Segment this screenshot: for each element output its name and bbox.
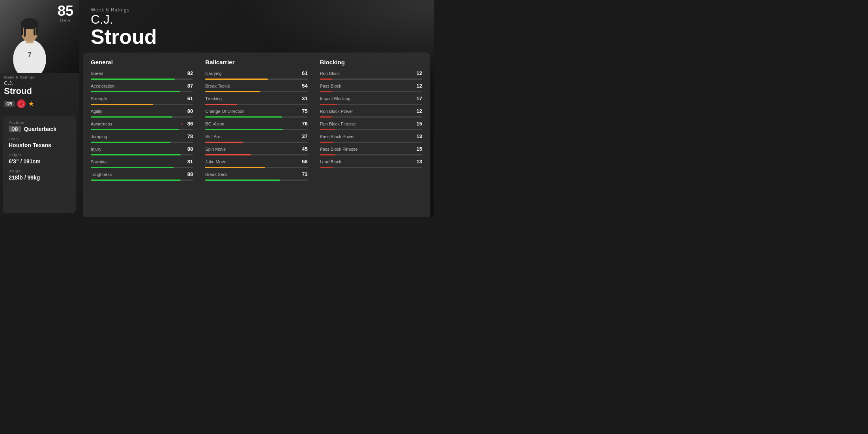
player-image: 7	[4, 10, 55, 73]
stat-row: Run Block Finesse15	[320, 121, 422, 127]
stat-bar	[91, 129, 179, 130]
stat-row: Pass Block Power13	[320, 133, 422, 139]
stat-bar-container	[205, 116, 307, 118]
stat-name: Toughness	[91, 172, 184, 177]
stat-value: 61	[299, 70, 308, 76]
stat-bar-container	[205, 154, 307, 155]
position-row: Position QB Quarterback	[9, 121, 70, 132]
stat-item: Carrying61	[205, 70, 307, 80]
stat-row: Juke Move58	[205, 159, 307, 165]
stat-bar	[320, 154, 335, 155]
stat-row: Break Sack73	[205, 171, 307, 177]
stat-name: Awareness	[91, 122, 180, 126]
stat-name: Injury	[91, 147, 184, 152]
stat-bar	[320, 142, 333, 143]
stat-item: Run Block Power12	[320, 108, 422, 118]
stat-value: 12	[413, 70, 422, 76]
team-row: Team Houston Texans	[9, 137, 70, 148]
stat-bar-container	[320, 91, 422, 92]
position-badge-card: QB	[4, 101, 15, 107]
header-week-label: Week 6 Ratings	[91, 7, 422, 13]
stat-name: Break Sack	[205, 172, 299, 177]
stat-bar-container	[320, 167, 422, 168]
stat-bar-container	[205, 180, 307, 181]
stat-value: 45	[299, 146, 308, 152]
stat-bar	[91, 180, 181, 181]
position-value-row: QB Quarterback	[9, 126, 70, 132]
stat-name: Pass Block	[320, 84, 413, 88]
stat-bar	[205, 91, 260, 92]
stat-bar-container	[91, 154, 193, 155]
stat-name: Break Tackle	[205, 84, 299, 88]
svg-rect-5	[24, 23, 26, 37]
blocking-stats-list: Run Block12Pass Block12Impact Blocking17…	[320, 70, 422, 168]
stat-value: 15	[413, 121, 422, 127]
stat-row: BC Vision76	[205, 121, 307, 127]
stat-row: Change Of Direction75	[205, 108, 307, 114]
stat-value: 78	[184, 133, 193, 139]
stat-row: Run Block12	[320, 70, 422, 76]
stat-name: Run Block Power	[320, 109, 413, 114]
stat-value: 15	[413, 146, 422, 152]
stat-row: Carrying61	[205, 70, 307, 76]
stat-item: Injury88	[91, 146, 193, 155]
stat-bar	[205, 180, 280, 181]
stat-row: Toughness88	[91, 171, 193, 177]
stat-name: Lead Block	[320, 159, 413, 164]
stat-row: Pass Block Finesse15	[320, 146, 422, 152]
stat-bar	[205, 116, 282, 118]
stat-item: Break Tackle54	[205, 83, 307, 92]
stat-name: Spin Move	[205, 147, 299, 152]
stat-item: Change Of Direction75	[205, 108, 307, 118]
stat-value: 81	[184, 159, 193, 165]
stat-row: Jumping78	[91, 133, 193, 139]
stat-bar-container	[205, 142, 307, 143]
stat-bar	[320, 167, 333, 168]
stat-name: Pass Block Power	[320, 134, 413, 139]
card-week-label: Week 6 Ratings	[0, 73, 79, 80]
stat-bar	[320, 116, 332, 118]
left-panel: 85 OVR 7 Week 6 Rat	[0, 0, 79, 217]
stat-item: Speed82	[91, 70, 193, 80]
stat-bar-container	[91, 180, 193, 181]
general-title: General	[91, 59, 193, 65]
stat-bar-container	[91, 129, 193, 130]
stat-bar-container	[91, 104, 193, 105]
stat-row: Strength61	[91, 95, 193, 101]
stat-row: Break Tackle54	[205, 83, 307, 89]
stat-value: 75	[299, 108, 308, 114]
svg-marker-9	[19, 101, 24, 107]
stat-row: Trucking31	[205, 95, 307, 101]
weight-label: Weight	[9, 169, 70, 173]
svg-rect-4	[21, 24, 23, 36]
stat-bar-container	[91, 167, 193, 168]
stat-item: Spin Move45	[205, 146, 307, 155]
stat-name: Jumping	[91, 134, 184, 139]
stat-bar	[91, 79, 175, 80]
stat-name: Acceleration	[91, 84, 184, 88]
height-label: Height	[9, 153, 70, 157]
stat-name: Run Block Finesse	[320, 122, 413, 126]
stat-name: Speed	[91, 71, 184, 76]
stat-item: Stiff Arm37	[205, 133, 307, 143]
stat-row: Agility80	[91, 108, 193, 114]
ovr-badge: 85 OVR	[58, 4, 73, 23]
stat-bar-container	[91, 142, 193, 143]
stat-row: Awareness-386	[91, 121, 193, 127]
stat-bar-container	[205, 91, 307, 92]
stat-bar-container	[205, 129, 307, 130]
stat-item: Break Sack73	[205, 171, 307, 181]
stat-name: Strength	[91, 96, 184, 101]
height-row: Height 6'3" / 191cm	[9, 153, 70, 165]
stat-row: Pass Block12	[320, 83, 422, 89]
stat-row: Stiff Arm37	[205, 133, 307, 139]
stat-bar-container	[320, 129, 422, 130]
divider-2	[314, 59, 314, 211]
stat-item: Stamina81	[91, 159, 193, 168]
stat-name: Agility	[91, 109, 184, 114]
stat-bar-container	[320, 79, 422, 80]
stat-bar	[205, 104, 237, 105]
stat-bar-container	[205, 104, 307, 105]
stat-item: Jumping78	[91, 133, 193, 143]
stat-name: Stamina	[91, 159, 184, 164]
